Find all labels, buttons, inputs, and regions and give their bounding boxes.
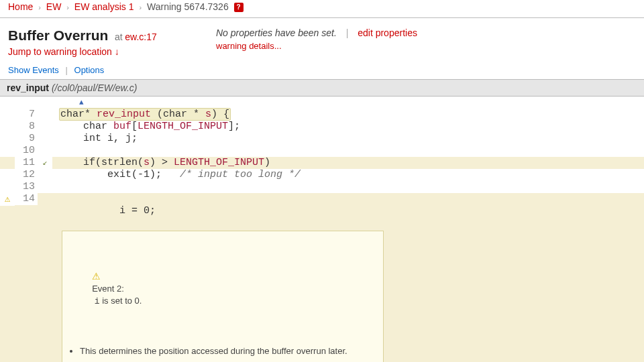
warning-icon [92, 272, 101, 282]
code-area: ▲ 7 char* rev_input (char * s) { 8 char … [0, 97, 644, 362]
function-path: (/col0/paul/EW/ew.c) [52, 82, 138, 93]
crumb-analysis[interactable]: EW analysis 1 [74, 1, 134, 12]
code-line: 8 char buf[LENGTH_OF_INPUT]; [0, 121, 644, 133]
crumb-sep: › [38, 3, 41, 11]
code-line: 14 i = 0; Event 2: i is set to 0. This d… [0, 193, 644, 362]
function-header: rev_input (/col0/paul/EW/ew.c) [0, 79, 644, 97]
warning-header: Buffer Overrun at ew.c:17 Jump to warnin… [0, 18, 644, 61]
line-number: 12 [15, 169, 38, 181]
options-link[interactable]: Options [74, 65, 105, 75]
event-detail: This determines the position accessed du… [80, 345, 378, 357]
jump-to-warning-link[interactable]: Jump to warning location ↓ [8, 46, 119, 57]
code-line: 9 int i, j; [0, 133, 644, 145]
code-line: 11 ↙ if(strlen(s) > LENGTH_OF_INPUT) [0, 157, 644, 169]
at-label: at [115, 32, 123, 42]
edit-properties-link[interactable]: edit properties [358, 27, 417, 38]
warning-details-link[interactable]: warning details... [216, 41, 417, 51]
line-number: 9 [15, 133, 38, 145]
crumb-current: Warning 5674.7326 [147, 1, 229, 12]
code-line: 7 char* rev_input (char * s) { [0, 109, 644, 121]
event-title: Event 2: [92, 284, 124, 294]
code-line: 12 exit(-1); /* input too long */ [0, 169, 644, 181]
function-name: rev_input [7, 82, 49, 93]
divider: | [346, 27, 349, 38]
crumb-home[interactable]: Home [8, 1, 33, 12]
crumb-sep: › [139, 3, 142, 11]
code-line: 13 [0, 181, 644, 193]
breadcrumb: Home › EW › EW analysis 1 › Warning 5674… [0, 0, 644, 18]
line-number: 13 [15, 181, 38, 193]
line-number: 11 [15, 157, 38, 169]
divider: | [66, 65, 68, 75]
code-toolbar: Show Events | Options [0, 61, 644, 79]
scroll-up-icon[interactable]: ▲ [79, 99, 84, 107]
crumb-ew[interactable]: EW [46, 1, 62, 12]
crumb-sep: › [66, 3, 69, 11]
event-callout: Event 2: i is set to 0. This determines … [62, 231, 384, 362]
warning-type: Buffer Overrun [8, 27, 108, 43]
line-number: 14 [15, 193, 38, 205]
flow-in-icon: ↙ [42, 158, 47, 168]
line-number: 8 [15, 121, 38, 133]
line-number: 10 [15, 145, 38, 157]
show-events-link[interactable]: Show Events [8, 65, 59, 75]
line-number: 7 [15, 109, 38, 121]
warning-icon [5, 194, 10, 205]
help-icon[interactable]: ? [234, 3, 244, 12]
warning-location-link[interactable]: ew.c:17 [125, 32, 156, 42]
code-line: 10 [0, 145, 644, 157]
no-properties-text: No properties have been set. [216, 27, 337, 38]
